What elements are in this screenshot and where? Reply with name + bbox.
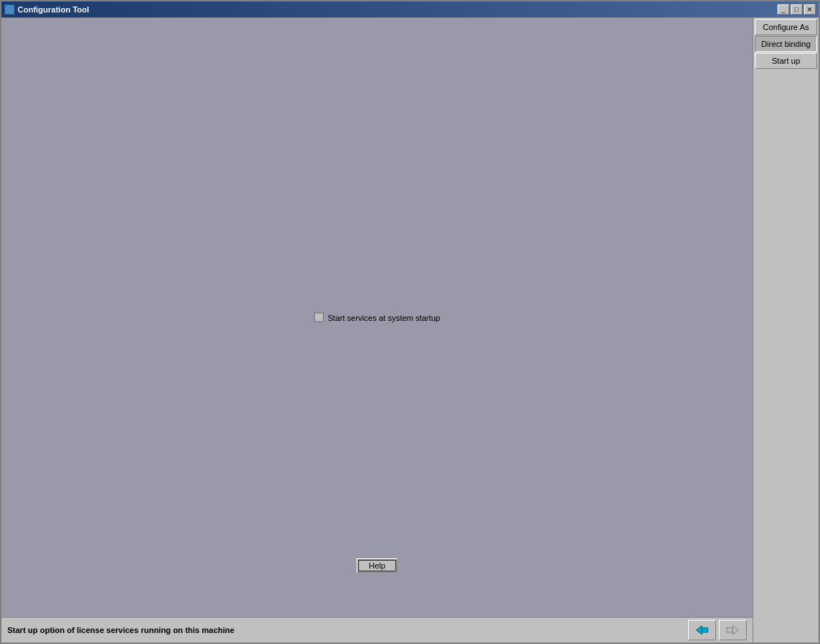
help-button-area: Help — [356, 558, 398, 573]
nav-buttons — [688, 620, 747, 640]
title-bar-left: Configuration Tool — [4, 4, 89, 15]
main-area: Start services at system startup Help St… — [1, 18, 753, 643]
svg-rect-2 — [727, 628, 733, 632]
svg-marker-3 — [733, 626, 739, 634]
window-content: Start services at system startup Help St… — [1, 18, 819, 643]
main-inner: Start services at system startup Help — [1, 18, 753, 617]
startup-checkbox-row: Start services at system startup — [314, 313, 440, 322]
back-button[interactable] — [688, 620, 716, 640]
status-text: Start up option of license services runn… — [7, 626, 234, 634]
svg-rect-1 — [702, 628, 708, 632]
title-bar: Configuration Tool _ □ ✕ — [1, 1, 819, 18]
title-bar-buttons: _ □ ✕ — [777, 4, 816, 15]
sidebar: Configure As Direct binding Start up — [753, 18, 819, 643]
close-button[interactable]: ✕ — [804, 4, 816, 15]
forward-button[interactable] — [719, 620, 747, 640]
status-bar: Start up option of license services runn… — [1, 617, 753, 643]
sidebar-start-up[interactable]: Start up — [755, 53, 817, 69]
startup-checkbox-label: Start services at system startup — [328, 313, 440, 322]
app-icon — [4, 4, 15, 15]
sidebar-configure-as[interactable]: Configure As — [755, 19, 817, 35]
main-window: Configuration Tool _ □ ✕ Start services … — [0, 0, 820, 644]
maximize-button[interactable]: □ — [791, 4, 802, 15]
svg-marker-0 — [696, 626, 702, 634]
window-title: Configuration Tool — [18, 5, 89, 14]
help-button[interactable]: Help — [356, 558, 398, 573]
startup-checkbox[interactable] — [314, 313, 323, 322]
minimize-button[interactable]: _ — [777, 4, 789, 15]
sidebar-direct-binding[interactable]: Direct binding — [755, 36, 817, 52]
